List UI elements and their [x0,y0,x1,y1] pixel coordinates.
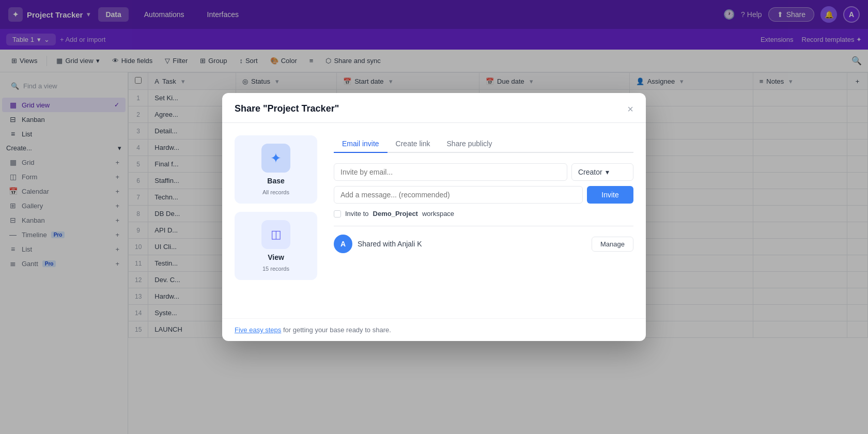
workspace-invite-prefix: Invite to [345,210,369,218]
role-label: Creator [578,168,602,176]
invite-message-input[interactable] [334,186,583,204]
manage-button[interactable]: Manage [592,237,633,252]
modal-left: ✦ Base All records ◫ View 15 records [235,135,317,306]
base-card[interactable]: ✦ Base All records [235,135,317,204]
base-card-sub: All records [262,189,289,195]
view-card-label: View [268,253,284,261]
workspace-invite-row: Invite to Demo_Project workspace [334,210,633,218]
role-selector[interactable]: Creator ▾ [571,163,633,181]
share-modal: Share "Project Tracker" × ✦ Base All rec… [222,93,646,341]
shared-user-name: Shared with Anjali K [358,240,586,248]
workspace-name: Demo_Project [373,210,418,218]
invite-input-row: Creator ▾ [334,163,633,181]
shared-user-row: A Shared with Anjali K Manage [334,230,633,253]
tab-email-invite[interactable]: Email invite [334,135,388,153]
modal-body: ✦ Base All records ◫ View 15 records Ema… [222,123,646,318]
tab-share-publicly[interactable]: Share publicly [439,135,501,153]
user-avatar-a: A [334,235,352,253]
footer-suffix: for getting your base ready to share. [283,326,391,334]
tab-create-link[interactable]: Create link [388,135,439,153]
footer-link[interactable]: Five easy steps [235,326,281,334]
invite-email-input[interactable] [334,163,567,181]
invite-message-row: Invite [334,186,633,204]
modal-close-button[interactable]: × [627,104,633,114]
view-card[interactable]: ◫ View 15 records [235,212,317,280]
modal-overlay[interactable]: Share "Project Tracker" × ✦ Base All rec… [0,0,868,434]
modal-header: Share "Project Tracker" × [222,93,646,123]
modal-tabs: Email invite Create link Share publicly [334,135,633,153]
modal-title: Share "Project Tracker" [235,103,339,114]
role-chevron: ▾ [606,168,609,176]
base-card-icon: ✦ [261,144,290,173]
base-card-label: Base [267,177,284,185]
view-card-sub: 15 records [262,266,289,272]
workspace-invite-suffix: workspace [422,210,454,218]
modal-right: Email invite Create link Share publicly … [334,135,633,306]
view-card-icon: ◫ [261,220,290,249]
workspace-checkbox[interactable] [334,210,341,218]
invite-button[interactable]: Invite [587,186,633,204]
modal-footer: Five easy steps for getting your base re… [222,318,646,341]
